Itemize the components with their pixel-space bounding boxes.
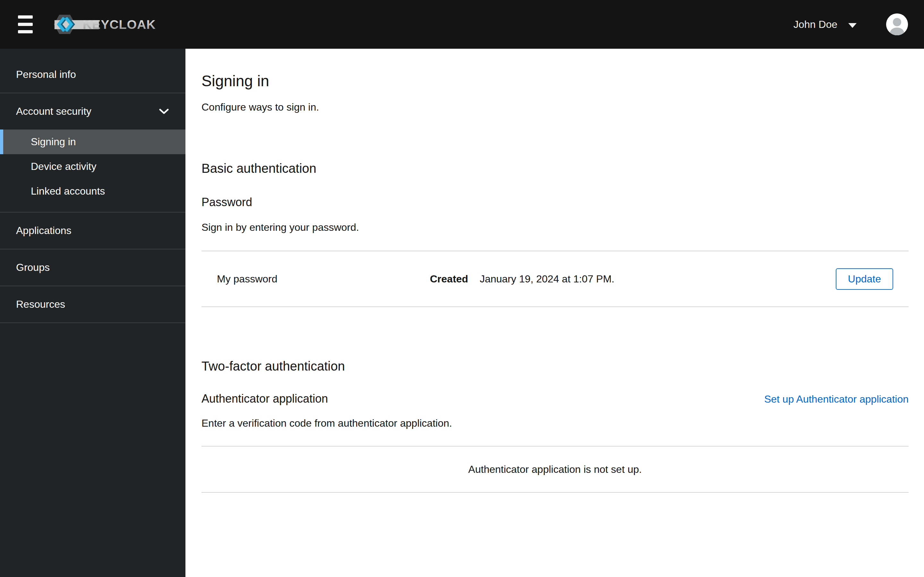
keycloak-logo-icon: KEYCLOAK: [54, 13, 156, 36]
masthead: KEYCLOAK John Doe: [0, 0, 924, 49]
empty-state-text: Authenticator application is not set up.: [468, 464, 642, 475]
row-divider: [202, 306, 909, 307]
authenticator-description: Enter a verification code from authentic…: [202, 417, 909, 429]
sidebar-item-resources[interactable]: Resources: [0, 286, 186, 322]
sidebar-item-groups[interactable]: Groups: [0, 250, 186, 285]
sidebar-item-personal-info[interactable]: Personal info: [0, 56, 186, 93]
page-subtitle: Configure ways to sign in.: [202, 101, 909, 113]
credential-name: My password: [217, 273, 430, 285]
password-heading: Password: [202, 195, 909, 210]
authenticator-empty-state: Authenticator application is not set up.: [202, 446, 909, 493]
password-description: Sign in by entering your password.: [202, 221, 909, 234]
sidebar-item-account-security[interactable]: Account security: [0, 93, 186, 129]
user-menu-dropdown[interactable]: John Doe: [793, 19, 857, 31]
sidebar-item-label: Account security: [16, 105, 91, 117]
account-security-subnav: Signing in Device activity Linked accoun…: [0, 129, 186, 212]
created-value: January 19, 2024 at 1:07 PM.: [480, 273, 614, 285]
two-factor-heading: Two-factor authentication: [202, 358, 909, 374]
avatar: [886, 13, 908, 35]
user-avatar-icon: [886, 13, 908, 35]
created-label: Created: [430, 273, 468, 285]
keycloak-logo[interactable]: KEYCLOAK: [54, 13, 156, 36]
sidebar-item-device-activity[interactable]: Device activity: [0, 154, 186, 179]
hamburger-icon: [18, 15, 33, 33]
page-title: Signing in: [202, 71, 909, 91]
basic-authentication-heading: Basic authentication: [202, 161, 909, 176]
update-button[interactable]: Update: [836, 268, 893, 290]
chevron-down-icon: [159, 109, 169, 114]
authenticator-heading: Authenticator application: [202, 392, 328, 406]
sidebar-item-applications[interactable]: Applications: [0, 213, 186, 249]
password-row: My password Created January 19, 2024 at …: [202, 251, 909, 306]
main-content: Signing in Configure ways to sign in. Ba…: [186, 49, 924, 577]
setup-authenticator-link[interactable]: Set up Authenticator application: [764, 393, 909, 405]
brand-text: KEYCLOAK: [83, 17, 156, 31]
hamburger-menu-button[interactable]: [15, 13, 35, 36]
sidebar-nav: Personal info Account security Signing i…: [0, 49, 186, 577]
user-name: John Doe: [793, 19, 837, 31]
authenticator-header-line: Authenticator application Set up Authent…: [202, 374, 909, 406]
sidebar-item-linked-accounts[interactable]: Linked accounts: [0, 179, 186, 203]
sidebar-item-signing-in[interactable]: Signing in: [0, 129, 186, 154]
chevron-down-icon: [848, 23, 857, 28]
